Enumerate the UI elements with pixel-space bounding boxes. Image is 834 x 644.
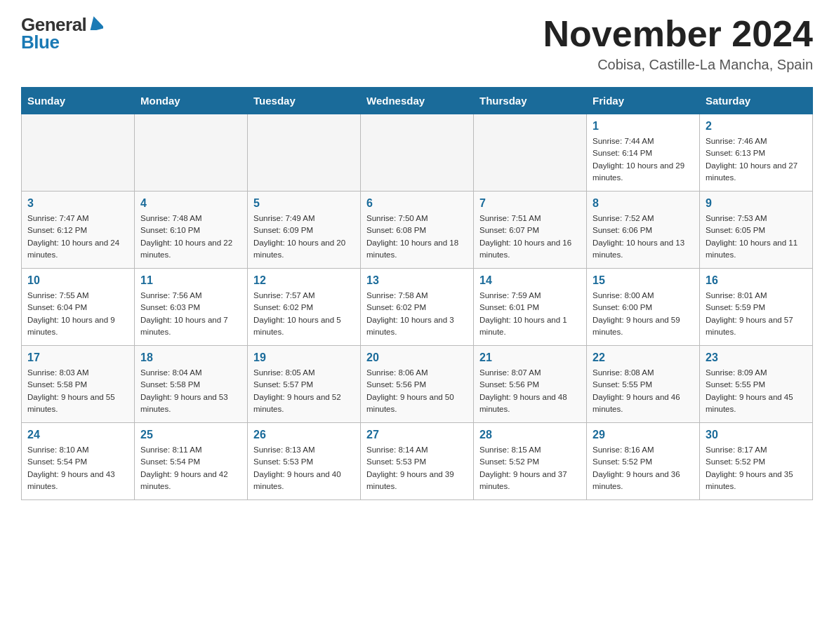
calendar-cell: 29Sunrise: 8:16 AM Sunset: 5:52 PM Dayli… (587, 423, 700, 500)
calendar-cell: 30Sunrise: 8:17 AM Sunset: 5:52 PM Dayli… (700, 423, 813, 500)
month-title: November 2024 (543, 14, 813, 54)
calendar-cell: 3Sunrise: 7:47 AM Sunset: 6:12 PM Daylig… (22, 192, 135, 269)
day-number: 30 (706, 429, 807, 441)
day-number: 22 (593, 351, 694, 364)
day-info: Sunrise: 8:08 AM Sunset: 5:55 PM Dayligh… (593, 367, 694, 415)
calendar-cell: 28Sunrise: 8:15 AM Sunset: 5:52 PM Dayli… (474, 423, 587, 500)
calendar-cell: 26Sunrise: 8:13 AM Sunset: 5:53 PM Dayli… (248, 423, 361, 500)
day-info: Sunrise: 8:14 AM Sunset: 5:53 PM Dayligh… (366, 444, 468, 492)
calendar-cell: 8Sunrise: 7:52 AM Sunset: 6:06 PM Daylig… (587, 192, 700, 269)
day-info: Sunrise: 7:51 AM Sunset: 6:07 PM Dayligh… (479, 213, 581, 261)
calendar-cell: 23Sunrise: 8:09 AM Sunset: 5:55 PM Dayli… (700, 346, 813, 423)
calendar-cell: 20Sunrise: 8:06 AM Sunset: 5:56 PM Dayli… (361, 346, 474, 423)
logo: General Blue (21, 14, 103, 53)
day-number: 17 (27, 351, 128, 364)
calendar-cell: 12Sunrise: 7:57 AM Sunset: 6:02 PM Dayli… (248, 269, 361, 346)
calendar-cell: 1Sunrise: 7:44 AM Sunset: 6:14 PM Daylig… (587, 114, 700, 192)
day-number: 14 (479, 274, 581, 287)
day-number: 2 (706, 120, 807, 133)
calendar-cell: 24Sunrise: 8:10 AM Sunset: 5:54 PM Dayli… (22, 423, 135, 500)
calendar-cell: 5Sunrise: 7:49 AM Sunset: 6:09 PM Daylig… (248, 192, 361, 269)
week-row-4: 17Sunrise: 8:03 AM Sunset: 5:58 PM Dayli… (22, 346, 813, 423)
calendar-cell (248, 114, 361, 192)
calendar-cell: 13Sunrise: 7:58 AM Sunset: 6:02 PM Dayli… (361, 269, 474, 346)
day-info: Sunrise: 7:49 AM Sunset: 6:09 PM Dayligh… (253, 213, 355, 261)
day-info: Sunrise: 8:11 AM Sunset: 5:54 PM Dayligh… (140, 444, 241, 492)
day-info: Sunrise: 8:01 AM Sunset: 5:59 PM Dayligh… (706, 290, 807, 338)
week-row-1: 1Sunrise: 7:44 AM Sunset: 6:14 PM Daylig… (22, 114, 813, 192)
calendar-cell (22, 114, 135, 192)
calendar-cell: 4Sunrise: 7:48 AM Sunset: 6:10 PM Daylig… (135, 192, 248, 269)
calendar-cell: 21Sunrise: 8:07 AM Sunset: 5:56 PM Dayli… (474, 346, 587, 423)
week-row-3: 10Sunrise: 7:55 AM Sunset: 6:04 PM Dayli… (22, 269, 813, 346)
header-row: SundayMondayTuesdayWednesdayThursdayFrid… (22, 88, 813, 114)
day-number: 12 (253, 274, 355, 287)
day-info: Sunrise: 8:04 AM Sunset: 5:58 PM Dayligh… (140, 367, 241, 415)
day-info: Sunrise: 8:00 AM Sunset: 6:00 PM Dayligh… (593, 290, 694, 338)
day-info: Sunrise: 8:17 AM Sunset: 5:52 PM Dayligh… (706, 444, 807, 492)
day-info: Sunrise: 7:46 AM Sunset: 6:13 PM Dayligh… (706, 135, 807, 184)
header-cell-friday: Friday (587, 88, 700, 114)
day-info: Sunrise: 7:47 AM Sunset: 6:12 PM Dayligh… (27, 213, 128, 261)
day-info: Sunrise: 7:48 AM Sunset: 6:10 PM Dayligh… (140, 213, 241, 261)
calendar-cell (135, 114, 248, 192)
calendar-cell (474, 114, 587, 192)
day-info: Sunrise: 8:10 AM Sunset: 5:54 PM Dayligh… (27, 444, 128, 492)
day-info: Sunrise: 8:15 AM Sunset: 5:52 PM Dayligh… (479, 444, 581, 492)
day-info: Sunrise: 7:55 AM Sunset: 6:04 PM Dayligh… (27, 290, 128, 338)
day-number: 10 (27, 274, 128, 287)
day-number: 5 (253, 197, 355, 210)
calendar-cell: 17Sunrise: 8:03 AM Sunset: 5:58 PM Dayli… (22, 346, 135, 423)
day-info: Sunrise: 8:16 AM Sunset: 5:52 PM Dayligh… (593, 444, 694, 492)
day-info: Sunrise: 7:44 AM Sunset: 6:14 PM Dayligh… (593, 135, 694, 184)
calendar-cell: 27Sunrise: 8:14 AM Sunset: 5:53 PM Dayli… (361, 423, 474, 500)
svg-marker-0 (88, 16, 103, 30)
calendar-cell: 19Sunrise: 8:05 AM Sunset: 5:57 PM Dayli… (248, 346, 361, 423)
page-header: General Blue November 2024 Cobisa, Casti… (21, 14, 813, 73)
day-info: Sunrise: 7:50 AM Sunset: 6:08 PM Dayligh… (366, 213, 468, 261)
day-number: 19 (253, 351, 355, 364)
day-number: 16 (706, 274, 807, 287)
day-info: Sunrise: 8:03 AM Sunset: 5:58 PM Dayligh… (27, 367, 128, 415)
day-info: Sunrise: 7:53 AM Sunset: 6:05 PM Dayligh… (706, 213, 807, 261)
day-number: 21 (479, 351, 581, 364)
calendar-cell: 2Sunrise: 7:46 AM Sunset: 6:13 PM Daylig… (700, 114, 813, 192)
logo-blue-text: Blue (21, 32, 59, 53)
calendar-cell: 10Sunrise: 7:55 AM Sunset: 6:04 PM Dayli… (22, 269, 135, 346)
day-info: Sunrise: 7:56 AM Sunset: 6:03 PM Dayligh… (140, 290, 241, 338)
calendar-cell (361, 114, 474, 192)
day-number: 8 (593, 197, 694, 210)
title-area: November 2024 Cobisa, Castille-La Mancha… (543, 14, 813, 73)
week-row-2: 3Sunrise: 7:47 AM Sunset: 6:12 PM Daylig… (22, 192, 813, 269)
calendar-body: 1Sunrise: 7:44 AM Sunset: 6:14 PM Daylig… (22, 114, 813, 500)
calendar-cell: 9Sunrise: 7:53 AM Sunset: 6:05 PM Daylig… (700, 192, 813, 269)
calendar-cell: 15Sunrise: 8:00 AM Sunset: 6:00 PM Dayli… (587, 269, 700, 346)
day-number: 27 (366, 429, 468, 441)
calendar-cell: 14Sunrise: 7:59 AM Sunset: 6:01 PM Dayli… (474, 269, 587, 346)
header-cell-monday: Monday (135, 88, 248, 114)
day-info: Sunrise: 7:59 AM Sunset: 6:01 PM Dayligh… (479, 290, 581, 338)
day-number: 25 (140, 429, 241, 441)
calendar-cell: 18Sunrise: 8:04 AM Sunset: 5:58 PM Dayli… (135, 346, 248, 423)
day-number: 20 (366, 351, 468, 364)
day-number: 26 (253, 429, 355, 441)
day-number: 7 (479, 197, 581, 210)
day-number: 28 (479, 429, 581, 441)
logo-triangle-icon (88, 16, 103, 30)
header-cell-saturday: Saturday (700, 88, 813, 114)
location-subtitle: Cobisa, Castille-La Mancha, Spain (543, 57, 813, 73)
calendar-cell: 6Sunrise: 7:50 AM Sunset: 6:08 PM Daylig… (361, 192, 474, 269)
day-number: 18 (140, 351, 241, 364)
header-cell-thursday: Thursday (474, 88, 587, 114)
day-info: Sunrise: 8:07 AM Sunset: 5:56 PM Dayligh… (479, 367, 581, 415)
header-cell-sunday: Sunday (22, 88, 135, 114)
day-number: 23 (706, 351, 807, 364)
day-number: 6 (366, 197, 468, 210)
day-info: Sunrise: 7:52 AM Sunset: 6:06 PM Dayligh… (593, 213, 694, 261)
day-number: 15 (593, 274, 694, 287)
day-number: 13 (366, 274, 468, 287)
day-info: Sunrise: 8:13 AM Sunset: 5:53 PM Dayligh… (253, 444, 355, 492)
day-number: 1 (593, 120, 694, 133)
calendar-header: SundayMondayTuesdayWednesdayThursdayFrid… (22, 88, 813, 114)
header-cell-tuesday: Tuesday (248, 88, 361, 114)
